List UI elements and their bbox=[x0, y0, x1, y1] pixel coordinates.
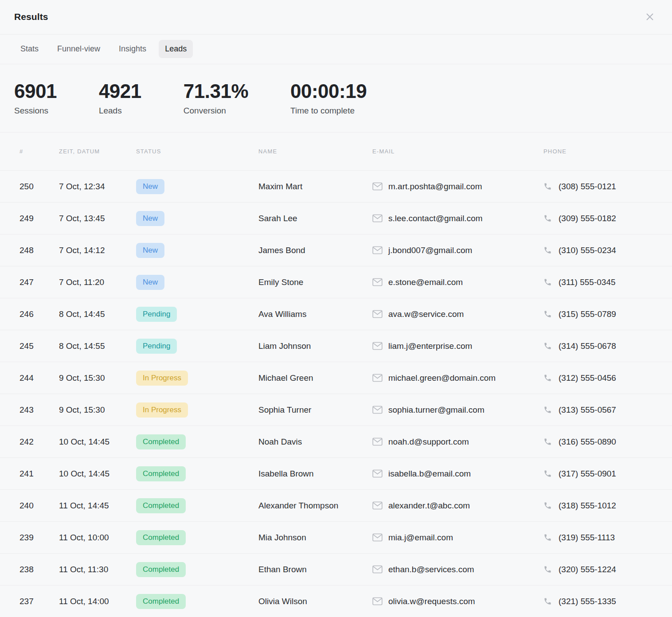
mail-icon bbox=[372, 469, 383, 478]
column-header-email: E-MAIL bbox=[372, 148, 543, 155]
lead-id: 240 bbox=[14, 501, 59, 511]
lead-email-cell: michael.green@domain.com bbox=[372, 373, 543, 383]
tab-funnel-view[interactable]: Funnel-view bbox=[51, 40, 106, 58]
mail-icon bbox=[372, 278, 383, 286]
table-row[interactable]: 249 7 Oct, 13:45 New Sarah Lee s.lee.con… bbox=[0, 202, 672, 234]
lead-phone-cell: (313) 555-0567 bbox=[543, 405, 658, 415]
lead-phone: (317) 555-0901 bbox=[559, 469, 616, 479]
tab-leads[interactable]: Leads bbox=[159, 40, 193, 58]
table-row[interactable]: 243 9 Oct, 15:30 In Progress Sophia Turn… bbox=[0, 394, 672, 426]
mail-icon bbox=[372, 374, 383, 382]
table-row[interactable]: 238 11 Oct, 11:30 Completed Ethan Brown … bbox=[0, 553, 672, 585]
lead-id: 247 bbox=[14, 277, 59, 287]
mail-icon bbox=[372, 533, 383, 542]
lead-phone-cell: (308) 555-0121 bbox=[543, 182, 658, 191]
table-row[interactable]: 250 7 Oct, 12:34 New Maxim Mart m.art.po… bbox=[0, 170, 672, 202]
lead-name: Isabella Brown bbox=[258, 469, 372, 479]
mail-icon bbox=[372, 214, 383, 223]
tab-label: Insights bbox=[119, 44, 146, 53]
mail-icon bbox=[372, 246, 383, 254]
lead-name: Olivia Wilson bbox=[258, 597, 372, 606]
table-row[interactable]: 248 7 Oct, 14:12 New James Bond j.bond00… bbox=[0, 234, 672, 266]
status-badge: Completed bbox=[136, 434, 186, 449]
tab-insights[interactable]: Insights bbox=[113, 40, 152, 58]
lead-phone-cell: (312) 555-0456 bbox=[543, 373, 658, 383]
lead-phone: (309) 555-0182 bbox=[559, 214, 616, 223]
lead-id: 248 bbox=[14, 246, 59, 255]
table-row[interactable]: 242 10 Oct, 14:45 Completed Noah Davis n… bbox=[0, 426, 672, 457]
mail-icon bbox=[372, 406, 383, 414]
lead-datetime: 10 Oct, 14:45 bbox=[59, 437, 136, 447]
stat-block: 71.31% Conversion bbox=[184, 80, 248, 116]
table-row[interactable]: 246 8 Oct, 14:45 Pending Ava Williams av… bbox=[0, 298, 672, 330]
status-badge: New bbox=[136, 275, 164, 290]
tab-stats[interactable]: Stats bbox=[14, 40, 45, 58]
column-header-datetime: ZEIT, DATUM bbox=[59, 148, 136, 155]
page-title: Results bbox=[14, 12, 48, 22]
lead-email: liam.j@enterprise.com bbox=[388, 341, 472, 351]
stat-block: 6901 Sessions bbox=[14, 80, 57, 116]
phone-icon bbox=[543, 565, 552, 574]
lead-email-cell: liam.j@enterprise.com bbox=[372, 341, 543, 351]
lead-phone: (308) 555-0121 bbox=[559, 182, 616, 191]
lead-email: j.bond007@gmail.com bbox=[388, 246, 472, 255]
close-button[interactable] bbox=[642, 9, 658, 25]
table-row[interactable]: 237 11 Oct, 14:00 Completed Olivia Wilso… bbox=[0, 585, 672, 617]
lead-datetime: 7 Oct, 12:34 bbox=[59, 182, 136, 191]
lead-datetime: 8 Oct, 14:55 bbox=[59, 341, 136, 351]
phone-icon bbox=[543, 342, 552, 350]
table-row[interactable]: 244 9 Oct, 15:30 In Progress Michael Gre… bbox=[0, 362, 672, 394]
mail-icon bbox=[372, 182, 383, 191]
lead-id: 242 bbox=[14, 437, 59, 447]
mail-icon bbox=[372, 565, 383, 574]
phone-icon bbox=[543, 469, 552, 478]
phone-icon bbox=[543, 374, 552, 382]
lead-phone: (313) 555-0567 bbox=[559, 405, 616, 415]
table-row[interactable]: 240 11 Oct, 14:45 Completed Alexander Th… bbox=[0, 489, 672, 521]
panel-header: Results bbox=[0, 0, 672, 35]
lead-id: 238 bbox=[14, 565, 59, 574]
table-row[interactable]: 245 8 Oct, 14:55 Pending Liam Johnson li… bbox=[0, 330, 672, 362]
lead-datetime: 11 Oct, 14:45 bbox=[59, 501, 136, 511]
mail-icon bbox=[372, 501, 383, 510]
table-row[interactable]: 239 11 Oct, 10:00 Completed Mia Johnson … bbox=[0, 521, 672, 553]
table-row[interactable]: 247 7 Oct, 11:20 New Emily Stone e.stone… bbox=[0, 266, 672, 298]
lead-phone-cell: (316) 555-0890 bbox=[543, 437, 658, 447]
lead-phone: (314) 555-0678 bbox=[559, 341, 616, 351]
mail-icon bbox=[372, 310, 383, 318]
stat-block: 4921 Leads bbox=[99, 80, 141, 116]
lead-phone: (321) 555-1335 bbox=[559, 597, 616, 606]
status-badge: New bbox=[136, 211, 164, 226]
lead-datetime: 9 Oct, 15:30 bbox=[59, 405, 136, 415]
phone-icon bbox=[543, 406, 552, 414]
tab-label: Stats bbox=[20, 44, 39, 53]
lead-phone: (315) 555-0789 bbox=[559, 309, 616, 319]
column-header-name: NAME bbox=[258, 148, 372, 155]
lead-email-cell: e.stone@email.com bbox=[372, 277, 543, 287]
lead-email: m.art.poshta@gmail.com bbox=[388, 182, 482, 191]
lead-email-cell: olivia.w@requests.com bbox=[372, 597, 543, 606]
lead-phone-cell: (311) 555-0345 bbox=[543, 277, 658, 287]
lead-phone: (311) 555-0345 bbox=[559, 277, 616, 287]
lead-phone-cell: (315) 555-0789 bbox=[543, 309, 658, 319]
phone-icon bbox=[543, 597, 552, 605]
lead-email: mia.j@email.com bbox=[388, 533, 453, 543]
lead-email-cell: alexander.t@abc.com bbox=[372, 501, 543, 511]
lead-email-cell: ethan.b@services.com bbox=[372, 565, 543, 574]
status-badge: Completed bbox=[136, 498, 186, 513]
lead-email: ava.w@service.com bbox=[388, 309, 464, 319]
lead-id: 245 bbox=[14, 341, 59, 351]
lead-phone: (316) 555-0890 bbox=[559, 437, 616, 447]
stat-value: 71.31% bbox=[184, 80, 248, 102]
lead-id: 249 bbox=[14, 214, 59, 223]
lead-datetime: 11 Oct, 11:30 bbox=[59, 565, 136, 574]
lead-name: Alexander Thompson bbox=[258, 501, 372, 511]
lead-datetime: 10 Oct, 14:45 bbox=[59, 469, 136, 479]
lead-name: Mia Johnson bbox=[258, 533, 372, 543]
phone-icon bbox=[543, 310, 552, 318]
lead-id: 241 bbox=[14, 469, 59, 479]
stat-label: Conversion bbox=[184, 106, 248, 116]
lead-phone: (312) 555-0456 bbox=[559, 373, 616, 383]
table-row[interactable]: 241 10 Oct, 14:45 Completed Isabella Bro… bbox=[0, 457, 672, 489]
lead-email: noah.d@support.com bbox=[388, 437, 469, 447]
